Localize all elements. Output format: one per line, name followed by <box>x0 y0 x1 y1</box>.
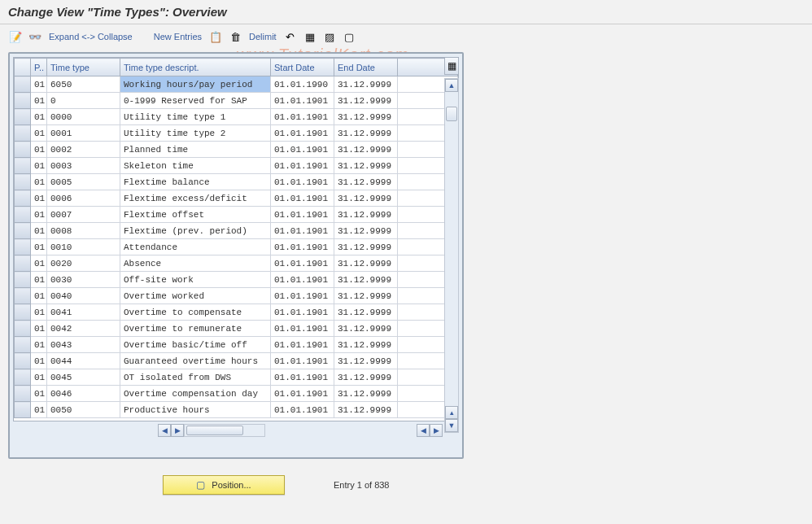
cell-p[interactable]: 01 <box>31 207 47 223</box>
cell-p[interactable]: 01 <box>31 158 47 174</box>
cell-timetype[interactable]: 0042 <box>47 321 120 337</box>
row-selector[interactable] <box>15 158 31 174</box>
col-end-header[interactable]: End Date <box>334 59 398 76</box>
other-view-icon[interactable]: 📝 <box>8 29 23 44</box>
glasses-icon[interactable]: 👓 <box>28 29 42 44</box>
cell-end[interactable]: 31.12.9999 <box>334 174 398 190</box>
cell-end[interactable]: 31.12.9999 <box>334 125 398 142</box>
hscroll-thumb[interactable] <box>186 426 243 435</box>
cell-start[interactable]: 01.01.1901 <box>271 207 334 223</box>
col-desc-header[interactable]: Time type descript. <box>120 59 271 76</box>
cell-p[interactable]: 01 <box>31 321 47 337</box>
cell-p[interactable]: 01 <box>31 239 47 255</box>
cell-p[interactable]: 01 <box>31 93 47 109</box>
expand-collapse-button[interactable]: Expand <-> Collapse <box>47 32 134 41</box>
row-selector[interactable] <box>15 190 31 207</box>
cell-end[interactable]: 31.12.9999 <box>334 158 398 174</box>
cell-desc[interactable]: Guaranteed overtime hours <box>120 353 271 369</box>
cell-desc[interactable]: OT isolated from DWS <box>120 369 271 386</box>
row-selector[interactable] <box>15 125 31 142</box>
cell-desc[interactable]: Overtime basic/time off <box>120 337 271 353</box>
cell-timetype[interactable]: 0030 <box>47 272 120 288</box>
cell-timetype[interactable]: 0001 <box>47 125 120 142</box>
cell-timetype[interactable]: 0045 <box>47 369 120 386</box>
cell-start[interactable]: 01.01.1901 <box>271 255 334 272</box>
hscroll-right-icon[interactable]: ▶ <box>171 424 184 437</box>
hscroll-left2-icon[interactable]: ◀ <box>417 424 430 437</box>
cell-desc[interactable]: Off-site work <box>120 272 271 288</box>
cell-start[interactable]: 01.01.1901 <box>271 369 334 386</box>
cell-start[interactable]: 01.01.1901 <box>271 190 334 207</box>
table-config-icon[interactable]: ▦ <box>444 57 459 75</box>
row-selector[interactable] <box>15 174 31 190</box>
cell-desc[interactable]: Flextime balance <box>120 174 271 190</box>
cell-desc[interactable]: Flextime offset <box>120 207 271 223</box>
row-selector[interactable] <box>15 76 31 93</box>
cell-end[interactable]: 31.12.9999 <box>334 304 398 321</box>
cell-end[interactable]: 31.12.9999 <box>334 255 398 272</box>
row-selector[interactable] <box>15 142 31 158</box>
cell-desc[interactable]: Overtime to remunerate <box>120 321 271 337</box>
cell-desc[interactable]: Flextime (prev. period) <box>120 223 271 239</box>
row-selector[interactable] <box>15 402 31 418</box>
cell-start[interactable]: 01.01.1901 <box>271 142 334 158</box>
row-selector[interactable] <box>15 369 31 386</box>
cell-desc[interactable]: Working hours/pay period <box>120 76 271 93</box>
cell-p[interactable]: 01 <box>31 353 47 369</box>
cell-p[interactable]: 01 <box>31 125 47 142</box>
new-entries-button[interactable]: New Entries <box>152 32 203 41</box>
cell-desc[interactable]: Overtime compensation day <box>120 386 271 402</box>
cell-end[interactable]: 31.12.9999 <box>334 239 398 255</box>
cell-start[interactable]: 01.01.1901 <box>271 239 334 255</box>
cell-start[interactable]: 01.01.1901 <box>271 288 334 304</box>
vertical-scrollbar[interactable]: ▲ ▴ ▼ <box>444 78 459 433</box>
cell-desc[interactable]: Productive hours <box>120 402 271 418</box>
hscroll-track[interactable] <box>184 424 265 437</box>
cell-p[interactable]: 01 <box>31 76 47 93</box>
position-button[interactable]: ▢ Position... <box>163 475 285 495</box>
cell-start[interactable]: 01.01.1901 <box>271 223 334 239</box>
hscroll-left-icon[interactable]: ◀ <box>158 424 171 437</box>
cell-end[interactable]: 31.12.9999 <box>334 142 398 158</box>
cell-end[interactable]: 31.12.9999 <box>334 386 398 402</box>
cell-timetype[interactable]: 0010 <box>47 239 120 255</box>
cell-start[interactable]: 01.01.1901 <box>271 337 334 353</box>
cell-timetype[interactable]: 0005 <box>47 174 120 190</box>
cell-timetype[interactable]: 0007 <box>47 207 120 223</box>
row-selector[interactable] <box>15 93 31 109</box>
row-selector[interactable] <box>15 321 31 337</box>
cell-timetype[interactable]: 0041 <box>47 304 120 321</box>
cell-start[interactable]: 01.01.1901 <box>271 93 334 109</box>
select-block-icon[interactable]: ▨ <box>322 29 337 44</box>
cell-timetype[interactable]: 0043 <box>47 337 120 353</box>
cell-end[interactable]: 31.12.9999 <box>334 353 398 369</box>
cell-desc[interactable]: Absence <box>120 255 271 272</box>
cell-end[interactable]: 31.12.9999 <box>334 207 398 223</box>
deselect-all-icon[interactable]: ▢ <box>342 29 356 44</box>
scroll-up-icon[interactable]: ▲ <box>445 79 458 92</box>
cell-end[interactable]: 31.12.9999 <box>334 369 398 386</box>
cell-end[interactable]: 31.12.9999 <box>334 76 398 93</box>
cell-desc[interactable]: Overtime to compensate <box>120 304 271 321</box>
row-selector[interactable] <box>15 109 31 125</box>
col-p-header[interactable]: P.. <box>31 59 47 76</box>
row-selector[interactable] <box>15 304 31 321</box>
cell-timetype[interactable]: 0006 <box>47 190 120 207</box>
cell-end[interactable]: 31.12.9999 <box>334 109 398 125</box>
cell-end[interactable]: 31.12.9999 <box>334 93 398 109</box>
cell-timetype[interactable]: 0 <box>47 93 120 109</box>
col-timetype-header[interactable]: Time type <box>47 59 120 76</box>
cell-end[interactable]: 31.12.9999 <box>334 402 398 418</box>
cell-desc[interactable]: Skeleton time <box>120 158 271 174</box>
cell-timetype[interactable]: 0044 <box>47 353 120 369</box>
select-all-icon[interactable]: ▦ <box>303 29 317 44</box>
cell-p[interactable]: 01 <box>31 369 47 386</box>
cell-start[interactable]: 01.01.1901 <box>271 386 334 402</box>
cell-p[interactable]: 01 <box>31 402 47 418</box>
cell-start[interactable]: 01.01.1901 <box>271 321 334 337</box>
col-start-header[interactable]: Start Date <box>271 59 334 76</box>
hscroll-right2-icon[interactable]: ▶ <box>430 424 443 437</box>
row-selector[interactable] <box>15 239 31 255</box>
cell-desc[interactable]: Flextime excess/deficit <box>120 190 271 207</box>
delete-icon[interactable]: 🗑 <box>228 29 242 44</box>
